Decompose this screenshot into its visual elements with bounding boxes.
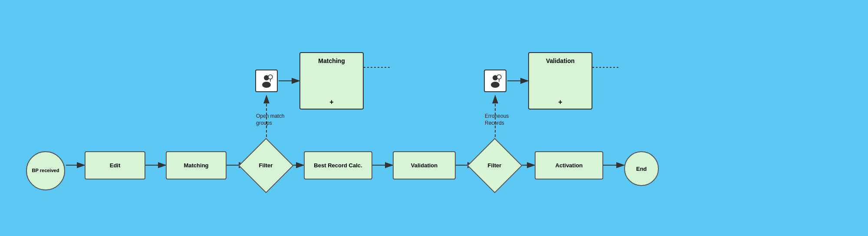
validation-task: Validation	[393, 151, 456, 179]
open-match-groups-annotation: Open matchgroups	[256, 113, 284, 126]
svg-point-22	[497, 75, 501, 79]
svg-point-18	[268, 75, 273, 79]
matching-subprocess: Matching +	[299, 52, 364, 110]
activation-task: Activation	[535, 151, 603, 179]
end-label: End	[636, 166, 647, 172]
arrows-svg	[0, 0, 868, 236]
activation-label: Activation	[556, 162, 583, 169]
matching-sub-plus: +	[300, 98, 363, 106]
validation-sub-label: Validation	[529, 57, 592, 64]
filter1-gateway: Filter	[245, 147, 286, 184]
diagram-container: BP received Edit Matching Filter Best Re…	[0, 0, 868, 236]
edit-task: Edit	[85, 151, 145, 179]
best-record-label: Best Record Calc.	[314, 162, 362, 169]
filter1-label: Filter	[259, 162, 273, 169]
matching-sub-label: Matching	[300, 57, 363, 64]
subprocess-icon1	[255, 70, 278, 92]
filter2-gateway: Filter	[474, 147, 515, 184]
edit-label: Edit	[110, 162, 121, 169]
svg-point-17	[262, 82, 271, 88]
matching-task: Matching	[166, 151, 227, 179]
start-label: BP received	[32, 168, 59, 173]
end-event: End	[624, 151, 659, 186]
filter2-label: Filter	[488, 162, 502, 169]
start-event: BP received	[26, 151, 65, 190]
validation-subprocess: Validation +	[528, 52, 592, 110]
validation-main-label: Validation	[411, 162, 437, 169]
subprocess-icon2	[484, 70, 506, 92]
erroneous-records-annotation: ErroneousRecords	[485, 113, 509, 126]
svg-point-21	[491, 82, 500, 88]
matching-main-label: Matching	[184, 162, 208, 169]
best-record-task: Best Record Calc.	[304, 151, 372, 179]
validation-sub-plus: +	[529, 98, 592, 106]
